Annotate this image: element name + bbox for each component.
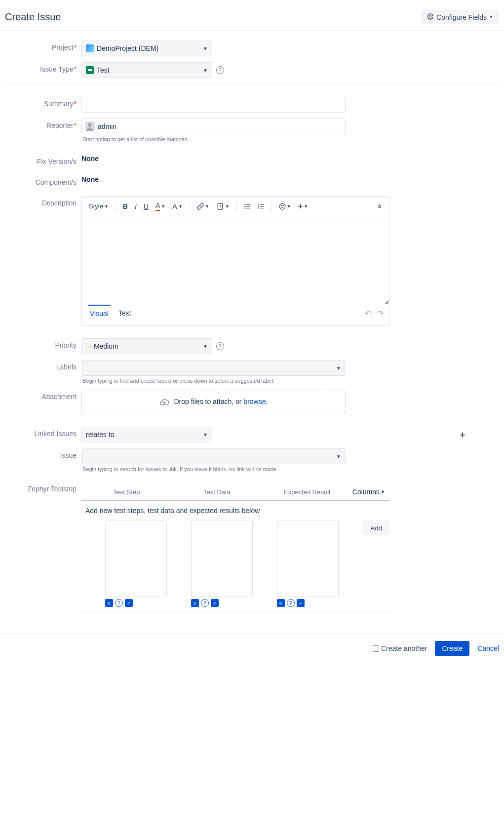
wiki-icon[interactable]: ≡ (191, 599, 199, 607)
editor-toolbar: Style ▼ B I U A ▼ A̶ ▼ ▼ (82, 197, 389, 216)
undo-button[interactable]: ↶ (365, 309, 371, 318)
browse-link[interactable]: browse (243, 398, 266, 405)
create-issue-dialog: Create Issue Configure Fields ▼ Project … (0, 0, 504, 663)
issue-select[interactable]: ▼ (81, 448, 346, 464)
insert-more-button[interactable]: + ▼ (295, 200, 311, 213)
labels-label: Labels (5, 360, 81, 371)
description-editor: Style ▼ B I U A ▼ A̶ ▼ ▼ (81, 196, 390, 326)
create-button[interactable]: Create (435, 641, 469, 656)
svg-rect-12 (260, 206, 264, 206)
check-icon[interactable]: ✓ (297, 599, 305, 607)
style-dropdown[interactable]: Style ▼ (86, 200, 112, 212)
create-another-label: Create another (381, 644, 427, 652)
issue-type-label: Issue Type (5, 62, 81, 73)
add-step-button[interactable]: Add (362, 520, 390, 535)
svg-rect-6 (246, 206, 250, 206)
project-value: DemoProject (DEM) (97, 44, 158, 52)
avatar-icon (85, 121, 95, 131)
col-test-data: Test Data (172, 488, 262, 496)
reporter-label: Reporter (5, 119, 81, 129)
redo-button[interactable]: ↷ (377, 309, 384, 318)
project-icon (86, 44, 94, 52)
labels-help: Begin typing to find and create labels o… (81, 378, 346, 384)
italic-button[interactable]: I (132, 200, 140, 212)
test-icon (86, 66, 94, 74)
col-test-step: Test Step (81, 488, 172, 496)
linked-issues-select[interactable]: relates to ▼ (81, 427, 212, 442)
svg-point-16 (281, 205, 282, 205)
text-color-button[interactable]: A ▼ (153, 200, 168, 213)
check-icon[interactable]: ✓ (211, 599, 219, 607)
chevron-down-icon: ▼ (336, 454, 341, 459)
dialog-title: Create Issue (5, 11, 61, 23)
underline-button[interactable]: U (141, 200, 152, 212)
more-formatting-button[interactable]: A̶ ▼ (169, 200, 186, 212)
svg-rect-8 (246, 207, 250, 208)
columns-button[interactable]: Columns▼ (352, 488, 390, 496)
issue-type-value: Test (97, 66, 110, 74)
numbered-list-button[interactable]: 123 (255, 201, 268, 212)
labels-select[interactable]: ▼ (81, 360, 346, 376)
dropzone-text: Drop files to attach, or (174, 398, 244, 405)
test-data-input[interactable] (191, 520, 253, 597)
fix-versions-value: None (81, 155, 99, 162)
svg-point-15 (279, 203, 285, 209)
issue-label: Issue (5, 448, 81, 459)
attachment-label: Attachment (5, 390, 81, 400)
wiki-icon[interactable]: ≡ (277, 599, 285, 607)
help-icon[interactable]: ? (287, 599, 295, 607)
collapse-toolbar-button[interactable] (374, 201, 386, 211)
editor-tabs: Visual Text ↶ ↷ (82, 305, 389, 325)
configure-fields-label: Configure Fields (436, 13, 487, 21)
help-icon[interactable]: ? (216, 66, 224, 74)
chevron-down-icon: ▼ (489, 15, 493, 19)
bullet-list-button[interactable] (241, 201, 254, 212)
svg-rect-10 (260, 204, 264, 204)
test-step-input[interactable] (105, 520, 167, 597)
priority-select[interactable]: ═ Medium ▼ (81, 338, 212, 354)
summary-input[interactable] (81, 97, 346, 113)
teststep-hint: Add new test steps, test data and expect… (81, 501, 390, 520)
components-label: Component/s (5, 175, 81, 186)
link-button[interactable]: ▼ (194, 201, 212, 212)
resize-handle[interactable]: ◢ (385, 299, 388, 304)
svg-rect-1 (88, 69, 92, 71)
gear-icon (427, 13, 434, 21)
add-linked-issue-button[interactable]: ＋ (458, 429, 467, 440)
attachment-button[interactable]: ▼ (213, 200, 233, 212)
zephyr-label: Zephyr Teststep (5, 482, 81, 493)
teststep-table: Test Step Test Data Expected Result Colu… (81, 484, 390, 612)
check-icon[interactable]: ✓ (125, 599, 133, 607)
linked-issues-label: Linked Issues (5, 427, 81, 438)
chevron-down-icon: ▼ (203, 344, 208, 349)
cancel-button[interactable]: Cancel (477, 644, 499, 652)
tab-text[interactable]: Text (116, 305, 133, 321)
svg-point-3 (244, 204, 245, 205)
reporter-input[interactable]: admin (81, 119, 346, 134)
description-textarea[interactable]: ◢ (82, 216, 389, 305)
priority-value: Medium (94, 342, 118, 350)
wiki-icon[interactable]: ≡ (105, 599, 113, 607)
tab-visual[interactable]: Visual (88, 305, 111, 321)
linked-issues-value: relates to (86, 431, 115, 439)
emoji-button[interactable]: ▼ (276, 201, 294, 212)
reporter-value: admin (98, 122, 116, 130)
help-icon[interactable]: ? (201, 599, 209, 607)
configure-fields-button[interactable]: Configure Fields ▼ (421, 10, 499, 24)
components-value: None (81, 175, 99, 183)
dialog-header: Create Issue Configure Fields ▼ (0, 0, 504, 31)
project-select[interactable]: DemoProject (DEM) ▼ (81, 40, 212, 56)
bold-button[interactable]: B (120, 200, 131, 212)
dialog-footer: Create another Create Cancel (0, 633, 504, 663)
create-another-checkbox[interactable]: Create another (373, 644, 427, 652)
expected-result-input[interactable] (277, 520, 339, 597)
help-icon[interactable]: ? (216, 342, 224, 350)
attachment-dropzone[interactable]: Drop files to attach, or browse. (81, 390, 346, 414)
upload-icon (159, 397, 169, 407)
priority-medium-icon: ═ (86, 342, 91, 350)
create-another-input[interactable] (373, 645, 379, 652)
help-icon[interactable]: ? (115, 599, 123, 607)
chevron-down-icon: ▼ (203, 68, 208, 73)
issue-type-select[interactable]: Test ▼ (81, 62, 212, 78)
svg-rect-4 (246, 204, 250, 204)
